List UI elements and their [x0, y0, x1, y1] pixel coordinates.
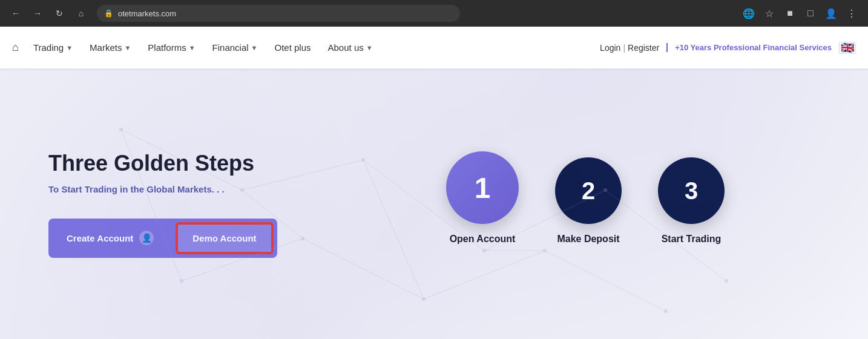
svg-point-15 — [361, 158, 365, 162]
aboutus-chevron-icon: ▼ — [366, 44, 373, 51]
svg-point-22 — [543, 249, 547, 252]
nav-item-financial[interactable]: Financial ▼ — [205, 27, 265, 69]
svg-point-14 — [240, 188, 244, 192]
browser-chrome: ← → ↻ ⌂ 🔒 otetmarkets.com 🌐 ☆ ■ □ 👤 ⋮ — [0, 0, 868, 27]
svg-line-0 — [121, 130, 242, 190]
translate-button[interactable]: 🌐 — [740, 4, 758, 22]
profile-button[interactable]: 👤 — [822, 4, 840, 22]
address-bar[interactable]: 🔒 otetmarkets.com — [97, 5, 460, 22]
refresh-button[interactable]: ↻ — [51, 5, 68, 22]
bookmark-button[interactable]: ☆ — [760, 4, 778, 22]
trading-chevron-icon: ▼ — [66, 44, 73, 51]
svg-point-16 — [482, 249, 486, 252]
nav-item-aboutus[interactable]: About us ▼ — [321, 27, 380, 69]
svg-line-10 — [242, 190, 303, 239]
nav-auth: Login | Register — [600, 43, 659, 53]
platforms-chevron-icon: ▼ — [189, 44, 196, 51]
svg-line-4 — [605, 190, 726, 281]
svg-point-18 — [725, 279, 728, 283]
forward-button[interactable]: → — [29, 5, 46, 22]
tab-button[interactable]: □ — [801, 4, 820, 22]
website: ⌂ Trading ▼ Markets ▼ Platforms ▼ Financ… — [0, 27, 868, 339]
nav-trading-label: Trading — [33, 42, 64, 53]
svg-line-2 — [363, 160, 484, 251]
nav-aboutus-label: About us — [328, 42, 364, 53]
svg-line-8 — [545, 251, 666, 311]
nav-promo-text: +10 Years Professional Financial Service… — [666, 43, 832, 52]
svg-point-20 — [301, 237, 304, 240]
svg-line-6 — [303, 239, 424, 299]
markets-chevron-icon: ▼ — [124, 44, 131, 51]
svg-point-21 — [422, 297, 426, 301]
lock-icon: 🔒 — [104, 9, 113, 18]
nav-home-icon[interactable]: ⌂ — [12, 41, 19, 54]
nav-item-markets[interactable]: Markets ▼ — [82, 27, 138, 69]
language-flag[interactable]: 🇬🇧 — [839, 42, 856, 54]
nav-right: Login | Register +10 Years Professional … — [600, 42, 856, 54]
navbar: ⌂ Trading ▼ Markets ▼ Platforms ▼ Financ… — [0, 27, 868, 69]
svg-line-5 — [182, 239, 303, 281]
nav-item-platforms[interactable]: Platforms ▼ — [140, 27, 202, 69]
menu-button[interactable]: ⋮ — [843, 4, 861, 22]
svg-line-3 — [484, 190, 605, 251]
svg-line-11 — [363, 160, 424, 299]
browser-actions: 🌐 ☆ ■ □ 👤 ⋮ — [740, 4, 861, 22]
financial-chevron-icon: ▼ — [251, 44, 258, 51]
nav-otetplus-label: Otet plus — [274, 42, 311, 53]
back-button[interactable]: ← — [7, 5, 24, 22]
network-background — [0, 69, 868, 339]
home-button[interactable]: ⌂ — [73, 5, 90, 22]
svg-point-17 — [603, 188, 607, 192]
nav-financial-label: Financial — [212, 42, 249, 53]
register-link[interactable]: Register — [628, 43, 659, 53]
nav-item-trading[interactable]: Trading ▼ — [26, 27, 80, 69]
extensions-button[interactable]: ■ — [781, 4, 799, 22]
svg-point-23 — [664, 309, 668, 313]
url-text: otetmarkets.com — [118, 9, 176, 18]
svg-point-13 — [119, 128, 123, 131]
login-link[interactable]: Login — [600, 43, 620, 53]
hero-section: Three Golden Steps To Start Trading in t… — [0, 69, 868, 339]
nav-item-otetplus[interactable]: Otet plus — [267, 27, 318, 69]
svg-line-9 — [121, 130, 182, 281]
flag-emoji: 🇬🇧 — [841, 42, 854, 54]
nav-markets-label: Markets — [90, 42, 122, 53]
svg-line-7 — [424, 251, 545, 299]
nav-platforms-label: Platforms — [148, 42, 186, 53]
auth-separator: | — [623, 43, 625, 53]
svg-line-1 — [242, 160, 363, 190]
svg-point-19 — [180, 279, 183, 283]
